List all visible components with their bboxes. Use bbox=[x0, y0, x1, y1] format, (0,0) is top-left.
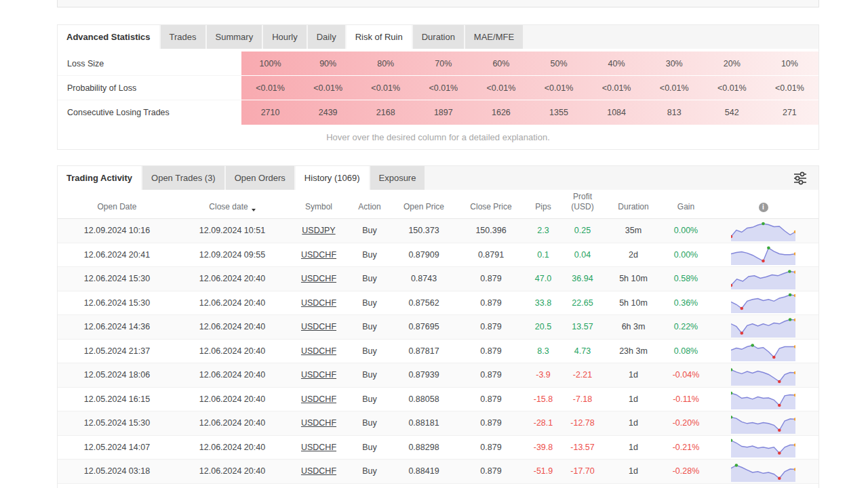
risk-cell[interactable]: 80% bbox=[357, 52, 414, 75]
symbol-link[interactable]: USDCHF bbox=[301, 394, 336, 404]
page: Advanced Statistics TradesSummaryHourlyD… bbox=[0, 0, 868, 488]
profit-cell: -13.57 bbox=[562, 436, 603, 460]
trade-sparkline[interactable] bbox=[731, 292, 795, 313]
risk-cell[interactable]: <0.01% bbox=[646, 76, 703, 100]
trade-sparkline[interactable] bbox=[731, 317, 795, 338]
risk-cell[interactable]: 1355 bbox=[530, 100, 587, 125]
symbol-link[interactable]: USDCHF bbox=[301, 250, 336, 260]
header-open-date[interactable]: Open Date bbox=[58, 202, 176, 218]
risk-cell[interactable]: <0.01% bbox=[703, 76, 761, 100]
open-date-cell: 12.06.2024 15:30 bbox=[58, 267, 176, 291]
gain-cell: -0.20% bbox=[664, 411, 708, 435]
close-date-cell bbox=[176, 484, 288, 488]
stats-tab-summary[interactable]: Summary bbox=[207, 25, 262, 49]
risk-cell[interactable]: 10% bbox=[761, 52, 818, 75]
open-date-cell: 12.06.2024 14:36 bbox=[58, 315, 176, 339]
header-duration[interactable]: Duration bbox=[603, 202, 664, 218]
symbol-link[interactable]: USDJPY bbox=[302, 226, 335, 235]
symbol-link[interactable]: USDCHF bbox=[301, 346, 336, 356]
risk-cell[interactable]: 1626 bbox=[472, 100, 530, 125]
duration-cell: 5h 10m bbox=[603, 291, 664, 315]
risk-cell[interactable]: 40% bbox=[588, 52, 646, 75]
risk-cell[interactable]: <0.01% bbox=[761, 76, 818, 100]
open-date-cell: 12.09.2024 10:16 bbox=[58, 219, 176, 243]
info-icon[interactable]: i bbox=[759, 203, 768, 212]
risk-cell[interactable]: 1897 bbox=[414, 100, 472, 125]
stats-tab-risk-of-ruin[interactable]: Risk of Ruin bbox=[347, 25, 412, 49]
duration-cell: 1d bbox=[603, 388, 664, 411]
trade-sparkline[interactable] bbox=[731, 220, 795, 241]
risk-cell[interactable]: 20% bbox=[703, 52, 761, 75]
trade-sparkline[interactable] bbox=[731, 388, 795, 409]
risk-cell[interactable]: 1084 bbox=[588, 100, 646, 125]
risk-cell[interactable]: 50% bbox=[530, 52, 587, 75]
activity-tab-history-1069[interactable]: History (1069) bbox=[296, 166, 369, 190]
pips-cell: 47.0 bbox=[524, 267, 562, 291]
risk-cell[interactable]: 70% bbox=[414, 52, 472, 75]
activity-tab-open-trades-3[interactable]: Open Trades (3) bbox=[142, 166, 224, 190]
trade-sparkline[interactable] bbox=[731, 268, 795, 289]
risk-cell[interactable]: <0.01% bbox=[588, 76, 646, 100]
risk-cell[interactable]: 30% bbox=[646, 52, 703, 75]
header-gain[interactable]: Gain bbox=[664, 202, 708, 218]
stats-tab-trades[interactable]: Trades bbox=[161, 25, 205, 49]
header-pips[interactable]: Pips bbox=[524, 202, 562, 218]
open-price-cell: 0.88419 bbox=[390, 460, 458, 483]
risk-cell[interactable]: 2710 bbox=[241, 100, 299, 125]
previous-panel-edge bbox=[57, 0, 819, 7]
risk-cell[interactable]: <0.01% bbox=[472, 76, 530, 100]
risk-cell[interactable]: 100% bbox=[241, 52, 299, 75]
symbol-link[interactable]: USDCHF bbox=[301, 443, 336, 452]
min-dot-icon bbox=[741, 331, 744, 335]
symbol-link[interactable]: USDCHF bbox=[301, 418, 336, 428]
symbol-link[interactable]: USDCHF bbox=[301, 298, 336, 308]
header-close-price[interactable]: Close Price bbox=[458, 202, 524, 218]
risk-cell[interactable]: <0.01% bbox=[299, 76, 357, 100]
symbol-link[interactable]: USDCHF bbox=[301, 322, 336, 331]
trade-sparkline[interactable] bbox=[731, 244, 795, 265]
header-close-date[interactable]: Close date bbox=[176, 202, 288, 218]
risk-cell[interactable]: <0.01% bbox=[241, 76, 299, 100]
risk-cell[interactable]: 2439 bbox=[299, 100, 357, 125]
activity-tab-exposure[interactable]: Exposure bbox=[370, 166, 425, 190]
duration-cell: 1d bbox=[603, 436, 664, 460]
risk-cell[interactable]: 90% bbox=[299, 52, 357, 75]
header-open-price[interactable]: Open Price bbox=[390, 202, 458, 218]
symbol-link[interactable]: USDCHF bbox=[301, 370, 336, 380]
trade-sparkline[interactable] bbox=[731, 340, 795, 361]
close-date-cell: 12.09.2024 10:51 bbox=[176, 219, 288, 243]
header-symbol[interactable]: Symbol bbox=[288, 202, 349, 218]
open-date-cell: 12.05.2024 03:18 bbox=[58, 460, 176, 483]
risk-cell[interactable]: 813 bbox=[646, 100, 703, 125]
risk-cell[interactable]: 271 bbox=[761, 100, 818, 125]
pips-cell: -3.9 bbox=[524, 363, 562, 387]
open-date-cell: 12.05.2024 14:07 bbox=[58, 436, 176, 460]
filter-sliders-icon[interactable] bbox=[791, 169, 809, 187]
max-dot-icon bbox=[789, 293, 792, 297]
stats-tab-daily[interactable]: Daily bbox=[308, 25, 345, 49]
header-profit-usd[interactable]: Profit (USD) bbox=[562, 192, 603, 218]
advanced-statistics-panel: Advanced Statistics TradesSummaryHourlyD… bbox=[57, 24, 819, 150]
risk-cell[interactable]: 2168 bbox=[357, 100, 414, 125]
risk-cell[interactable]: <0.01% bbox=[530, 76, 587, 100]
activity-tab-open-orders[interactable]: Open Orders bbox=[226, 166, 294, 190]
trade-sparkline[interactable] bbox=[731, 413, 795, 434]
trade-sparkline[interactable] bbox=[731, 461, 795, 482]
symbol-link[interactable]: USDCHF bbox=[301, 466, 336, 476]
stats-tab-duration[interactable]: Duration bbox=[413, 25, 464, 49]
risk-cell[interactable]: <0.01% bbox=[357, 76, 414, 100]
header-action[interactable]: Action bbox=[349, 202, 390, 218]
risk-cell[interactable]: <0.01% bbox=[414, 76, 472, 100]
trade-sparkline[interactable] bbox=[731, 436, 795, 458]
stats-tab-hourly[interactable]: Hourly bbox=[263, 25, 307, 49]
header-chart[interactable]: i bbox=[708, 203, 818, 218]
action-cell: Buy bbox=[349, 388, 390, 411]
stats-tab-mae-mfe[interactable]: MAE/MFE bbox=[465, 25, 523, 49]
risk-cell[interactable]: 542 bbox=[703, 100, 761, 125]
trade-sparkline[interactable] bbox=[731, 365, 795, 386]
trade-sparkline[interactable] bbox=[731, 485, 795, 488]
risk-cell[interactable]: 60% bbox=[472, 52, 530, 75]
table-row: 12.05.2024 18:0612.06.2024 20:40USDCHFBu… bbox=[58, 363, 818, 388]
symbol-link[interactable]: USDCHF bbox=[301, 274, 336, 283]
close-price-cell: 0.879 bbox=[458, 267, 524, 291]
